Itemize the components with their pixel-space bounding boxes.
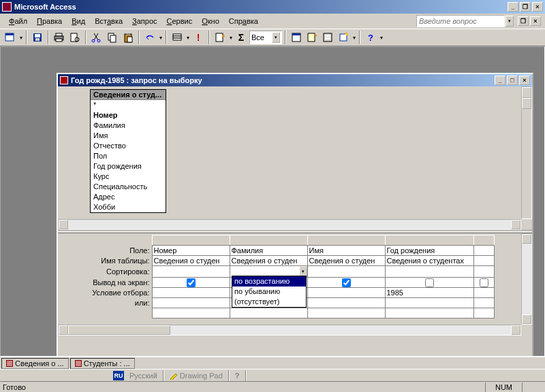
field-cell[interactable]: Год рождения [385,246,473,256]
field-item[interactable]: Фамилия [91,120,166,131]
child-x-button[interactable]: × [519,76,530,85]
menu-insert[interactable]: Вставка [90,16,127,27]
help-button[interactable]: ? [363,30,378,45]
show-cell[interactable] [473,278,494,288]
properties-button[interactable] [289,30,304,45]
save-button[interactable] [30,30,45,45]
show-checkbox[interactable] [480,278,488,287]
database-window-button[interactable] [320,30,335,45]
top-values-combo[interactable]: ▾ [249,31,282,44]
field-cell[interactable]: Номер [152,246,230,256]
child-restore-button[interactable]: ❐ [518,16,529,26]
blank-cell[interactable] [230,308,307,318]
criteria-cell[interactable] [307,288,385,298]
run-button[interactable]: ! [191,30,206,45]
help-small[interactable]: ? [232,372,243,380]
upper-hscroll[interactable] [58,219,521,230]
show-cell[interactable] [385,278,473,288]
query-type-dropdown[interactable]: ▾ [185,35,190,41]
question-input[interactable] [416,15,505,27]
table-cell[interactable]: Сведения о студентах [385,256,473,266]
help-dropdown[interactable]: ▾ [379,35,384,41]
criteria-cell[interactable] [152,288,230,298]
show-table-dropdown[interactable]: ▾ [228,35,233,41]
table-cell[interactable]: Сведения о студен [307,256,385,266]
field-item[interactable]: Пол [91,151,166,161]
or-cell[interactable] [473,298,494,308]
copy-button[interactable] [105,30,120,45]
or-cell[interactable] [385,298,473,308]
or-cell[interactable] [307,298,385,308]
lower-vscroll[interactable] [521,233,532,325]
paste-button[interactable] [121,30,136,45]
combo-drop-icon[interactable]: ▾ [272,32,280,43]
criteria-cell[interactable] [473,288,494,298]
cut-button[interactable] [89,30,104,45]
field-list-title[interactable]: Сведения о студ... [91,90,166,100]
show-checkbox[interactable] [425,278,434,287]
blank-cell[interactable] [385,308,473,318]
drawing-pad[interactable]: Drawing Pad [167,372,225,380]
menu-help[interactable]: Справка [224,16,263,27]
table-pane-inner[interactable]: Сведения о студ... * Номер Фамилия Имя О… [59,88,521,219]
menu-window[interactable]: Окно [197,16,224,27]
window-tab[interactable]: Студенты : ... [70,358,135,369]
minimize-button[interactable]: _ [508,2,518,12]
col-selector[interactable] [152,235,230,246]
language-indicator[interactable]: RU [113,371,124,380]
sort-option-none[interactable]: (отсутствует) [232,297,306,307]
field-list-items[interactable]: * Номер Фамилия Имя Отчество Пол Год рож… [91,100,166,212]
child-max-button[interactable]: □ [507,76,518,85]
menu-file[interactable]: Файл [4,16,32,27]
sort-dropdown-list[interactable]: по возрастанию по убыванию (отсутствует) [232,276,307,308]
menu-edit[interactable]: Правка [32,16,67,27]
sort-option-asc[interactable]: по возрастанию [232,276,306,287]
sort-option-desc[interactable]: по убыванию [232,287,306,297]
field-item[interactable]: Специальность [91,182,166,192]
sort-cell[interactable] [307,266,385,278]
restore-button[interactable]: ❐ [520,2,531,12]
print-button[interactable] [52,30,67,45]
query-type-button[interactable] [170,30,185,45]
criteria-cell[interactable]: 1985 [385,288,473,298]
sort-cell[interactable] [473,266,494,278]
child-close-button[interactable]: × [530,16,541,26]
table-cell[interactable]: Сведения о студен [230,256,307,266]
menu-query[interactable]: Запрос [127,16,161,27]
print-preview-button[interactable] [67,30,82,45]
col-selector[interactable] [307,235,385,246]
lower-hscroll[interactable] [58,325,521,336]
field-item[interactable]: Курс [91,172,166,182]
undo-dropdown[interactable]: ▾ [158,35,163,41]
show-checkbox[interactable] [187,278,196,287]
show-table-button[interactable] [213,30,228,45]
window-tab[interactable]: Сведения о ... [1,358,69,369]
close-button[interactable]: × [532,2,543,12]
child-min-button[interactable]: _ [495,76,505,85]
build-button[interactable] [305,30,320,45]
question-dropdown[interactable]: ▾ [505,16,514,27]
show-cell[interactable] [152,278,230,288]
sort-cell[interactable] [385,266,473,278]
field-item[interactable]: Адрес [91,192,166,202]
undo-button[interactable] [142,30,157,45]
show-cell[interactable] [307,278,385,288]
blank-cell[interactable] [307,308,385,318]
or-cell[interactable] [152,298,230,308]
field-item[interactable]: Хобби [91,202,166,212]
field-cell[interactable] [473,246,494,256]
upper-vscroll[interactable] [521,86,532,219]
language-name[interactable]: Русский [127,372,160,380]
table-cell[interactable] [473,256,494,266]
view-dropdown[interactable]: ▾ [18,35,23,41]
table-cell[interactable]: Сведения о студен [152,256,230,266]
totals-button[interactable]: Σ [234,30,249,45]
menu-service[interactable]: Сервис [162,16,198,27]
sort-cell[interactable] [152,266,230,278]
show-checkbox[interactable] [342,278,351,287]
blank-cell[interactable] [473,308,494,318]
field-item[interactable]: Номер [91,110,166,120]
field-asterisk[interactable]: * [91,100,166,110]
col-selector[interactable] [385,235,473,246]
menu-view[interactable]: Вид [67,16,90,27]
